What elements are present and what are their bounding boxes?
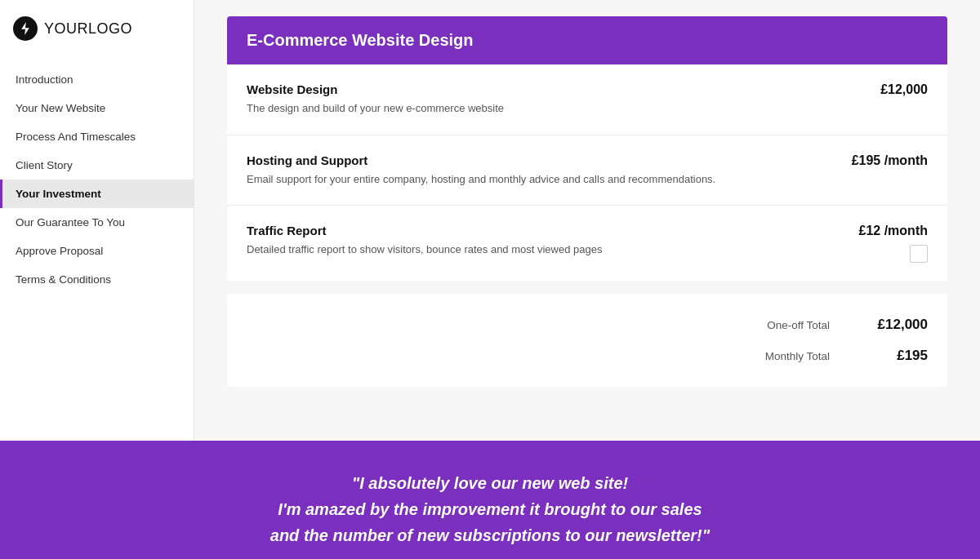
testimonial-text: "I absolutely love our new web site! I'm… [204,470,776,548]
line-item-hosting-support: Hosting and SupportEmail support for you… [227,135,947,206]
total-label: One-off Total [767,319,830,331]
total-row-one-off-total: One-off Total£12,000 [247,317,928,333]
logo-text: YOURLOGO [44,20,132,38]
sidebar-item-process-and-timescales[interactable]: Process And Timescales [0,122,194,151]
sidebar-item-our-guarantee[interactable]: Our Guarantee To You [0,208,194,237]
item-price: £12 /month [859,224,928,238]
sidebar-item-your-investment[interactable]: Your Investment [0,180,194,208]
svg-marker-0 [21,22,29,35]
sidebar-item-approve-proposal[interactable]: Approve Proposal [0,237,194,265]
logo-area: YOURLOGO [0,0,194,57]
line-item-website-design: Website DesignThe design and build of yo… [227,64,947,135]
item-price: £12,000 [880,82,928,97]
main-content: E-Commerce Website Design Website Design… [194,0,980,441]
sidebar-item-your-new-website[interactable]: Your New Website [0,94,194,122]
item-description: Email support for your entire company, h… [247,171,835,188]
items-card: Website DesignThe design and build of yo… [227,64,947,281]
page-title: E-Commerce Website Design [247,31,928,50]
nav-list: IntroductionYour New WebsiteProcess And … [0,65,194,294]
sidebar-item-introduction[interactable]: Introduction [0,65,194,94]
total-row-monthly-total: Monthly Total£195 [247,348,928,364]
sidebar-item-client-story[interactable]: Client Story [0,151,194,180]
total-value: £12,000 [862,317,928,333]
item-name: Website Design [247,82,864,96]
lightning-icon [13,16,38,41]
total-label: Monthly Total [765,350,830,362]
line-item-traffic-report: Traffic ReportDetailed traffic report to… [227,206,947,281]
item-name: Hosting and Support [247,153,835,167]
item-price: £195 /month [852,153,928,168]
sidebar-item-terms-conditions[interactable]: Terms & Conditions [0,265,194,294]
footer-testimonial: "I absolutely love our new web site! I'm… [0,441,980,559]
sidebar: YOURLOGO IntroductionYour New WebsitePro… [0,0,194,441]
page-header: E-Commerce Website Design [227,16,947,64]
item-checkbox[interactable] [910,245,928,263]
item-description: Detailed traffic report to show visitors… [247,242,843,258]
total-value: £195 [862,348,928,364]
item-description: The design and build of your new e-comme… [247,100,864,117]
item-name: Traffic Report [247,224,843,237]
totals-card: One-off Total£12,000Monthly Total£195 [227,294,947,387]
